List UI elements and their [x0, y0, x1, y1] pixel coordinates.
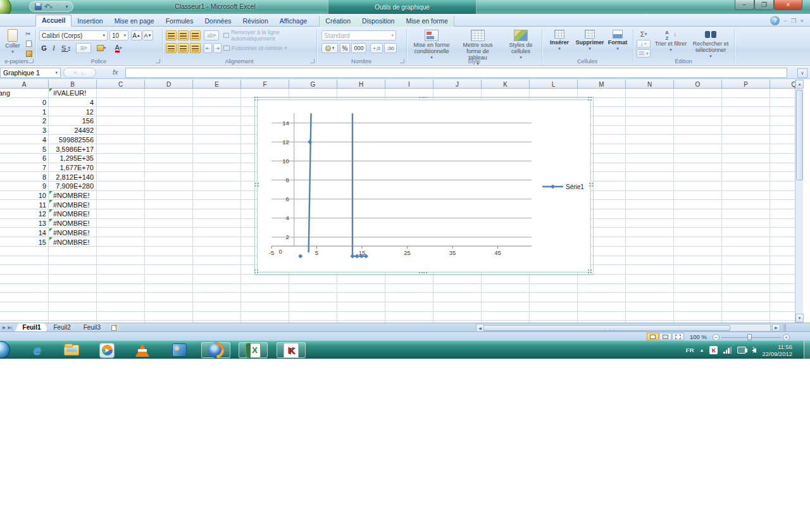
cell-A11[interactable]: 9: [0, 182, 49, 191]
sort-filter-button[interactable]: AZ ↓ Trier et filtrer▾: [654, 30, 687, 53]
tab-mise-en-page[interactable]: Mise en page: [109, 16, 160, 27]
column-header-C[interactable]: C: [97, 80, 145, 89]
cell-B11[interactable]: 7,909E+280: [49, 182, 97, 191]
volume-icon[interactable]: [752, 348, 756, 353]
tab-affichage[interactable]: Affichage: [274, 16, 313, 27]
show-desktop-button[interactable]: [804, 341, 810, 359]
page-layout-view-button[interactable]: [659, 333, 671, 340]
scroll-right-button[interactable]: ▶: [772, 324, 780, 331]
decrease-decimal-button[interactable]: ,00: [384, 43, 397, 53]
zoom-slider[interactable]: − +: [713, 333, 790, 340]
insert-cells-button[interactable]: Insérer▾: [545, 30, 573, 51]
cell-B10[interactable]: 2,812E+140: [49, 172, 97, 182]
language-indicator[interactable]: FR: [686, 347, 694, 354]
cell-A6[interactable]: 4: [0, 135, 49, 145]
vlc-icon[interactable]: [132, 342, 153, 358]
autosum-button[interactable]: Σ ▾: [637, 30, 651, 39]
help-icon[interactable]: ?: [770, 16, 780, 25]
cell-A7[interactable]: 5: [0, 144, 49, 154]
vertical-scrollbar[interactable]: ▲ ▼: [795, 80, 803, 323]
font-size-select[interactable]: 10▾: [109, 30, 128, 40]
cell-A4[interactable]: 2: [0, 116, 49, 126]
network-signal-icon[interactable]: [723, 347, 732, 354]
kaspersky-taskbar-button[interactable]: K: [277, 342, 306, 358]
cell-B4[interactable]: 156: [49, 116, 97, 126]
column-header-D[interactable]: D: [145, 80, 193, 89]
comma-style-button[interactable]: 000: [351, 43, 366, 53]
font-dialog-launcher[interactable]: [156, 59, 160, 63]
cell-B5[interactable]: 24492: [49, 126, 97, 135]
cell-B2[interactable]: 4: [49, 98, 97, 108]
percent-style-button[interactable]: %: [340, 43, 350, 53]
workbook-window-controls[interactable]: − ❐ ×: [783, 18, 805, 24]
name-box[interactable]: Graphique 1 ▾: [0, 68, 61, 78]
cell-A12[interactable]: 10: [0, 191, 49, 201]
sheet-tab-feuil3[interactable]: Feuil3: [76, 323, 108, 331]
tab-création[interactable]: Création: [320, 16, 356, 27]
name-box-dropdown-icon[interactable]: ▾: [55, 70, 58, 75]
restore-button[interactable]: ❐: [754, 0, 774, 10]
cell-A8[interactable]: 6: [0, 154, 49, 163]
tab-accueil[interactable]: Accueil: [35, 15, 72, 27]
column-header-L[interactable]: L: [530, 80, 578, 89]
cell-B8[interactable]: 1,295E+35: [49, 154, 97, 163]
column-header-E[interactable]: E: [193, 80, 241, 89]
cell-A3[interactable]: 1: [0, 107, 49, 116]
horizontal-scrollbar[interactable]: ⋮⋮⋮: [481, 324, 771, 331]
save-icon[interactable]: [35, 3, 42, 10]
underline-button[interactable]: S ▾: [59, 43, 73, 53]
cell-B9[interactable]: 1,677E+70: [49, 163, 97, 173]
cancel-entry-icon[interactable]: ×: [73, 70, 77, 76]
increase-decimal-button[interactable]: +,0: [370, 43, 383, 53]
cell-A10[interactable]: 8: [0, 172, 49, 182]
tab-mise-en-forme[interactable]: Mise en forme: [400, 16, 454, 27]
cell-B13[interactable]: #NOMBRE!: [49, 200, 97, 209]
clear-button[interactable]: ⌧ ▾: [637, 49, 651, 58]
tab-insertion[interactable]: Insertion: [72, 16, 108, 27]
column-header-B[interactable]: B: [49, 80, 97, 89]
media-player-icon[interactable]: ▶: [96, 342, 118, 358]
cell-B6[interactable]: 599882556: [49, 135, 97, 145]
column-header-N[interactable]: N: [626, 80, 674, 89]
cell-B16[interactable]: #NOMBRE!: [49, 228, 97, 238]
fill-color-button[interactable]: ▾: [94, 43, 109, 53]
column-header-M[interactable]: M: [578, 80, 626, 89]
align-right-button[interactable]: [190, 43, 201, 53]
number-format-select[interactable]: Standard▾: [321, 30, 396, 40]
minimize-button[interactable]: −: [735, 0, 754, 10]
grow-font-button[interactable]: A▲: [131, 30, 142, 40]
clipboard-dialog-launcher[interactable]: [29, 59, 34, 63]
accounting-format-button[interactable]: ▾: [321, 43, 338, 53]
column-header-F[interactable]: F: [241, 80, 289, 89]
orientation-button[interactable]: ab ▾: [204, 30, 219, 40]
column-header-G[interactable]: G: [289, 80, 337, 89]
cell-A16[interactable]: 14: [0, 228, 49, 238]
tab-révision[interactable]: Révision: [237, 16, 273, 27]
cut-icon[interactable]: ✂: [25, 30, 30, 37]
zoom-slider-thumb[interactable]: [747, 334, 752, 340]
align-center-button[interactable]: [178, 43, 189, 53]
close-button[interactable]: ×: [774, 0, 802, 10]
find-select-button[interactable]: Rechercher et sélectionner▾: [690, 30, 732, 59]
tab-split-handle[interactable]: [782, 324, 786, 331]
firefox-taskbar-button[interactable]: [201, 342, 230, 358]
cell-A9[interactable]: 7: [0, 163, 49, 173]
wrap-text-button[interactable]: Renvoyer à la ligne automatiquement: [223, 30, 315, 40]
cell-B7[interactable]: 3,5986E+17: [49, 144, 97, 154]
insert-function-button[interactable]: fx: [113, 68, 118, 76]
increase-indent-button[interactable]: ⇥: [213, 43, 221, 53]
messenger-icon[interactable]: [168, 342, 190, 358]
tab-données[interactable]: Données: [199, 16, 237, 27]
redo-button[interactable]: ↷▾: [55, 3, 63, 10]
align-bottom-button[interactable]: [190, 30, 201, 40]
formula-bar-expand-button[interactable]: ∨: [797, 68, 807, 78]
confirm-entry-icon[interactable]: ∟: [80, 70, 86, 76]
copy-icon[interactable]: [26, 40, 32, 47]
cell-B14[interactable]: #NOMBRE!: [49, 209, 97, 219]
alignment-dialog-launcher[interactable]: [310, 59, 315, 63]
decrease-indent-button[interactable]: ⇤: [204, 43, 212, 53]
cell-A1[interactable]: rang: [0, 89, 45, 98]
cell-B1[interactable]: #VALEUR!: [49, 89, 97, 98]
column-header-A[interactable]: A: [0, 80, 49, 89]
cell-A14[interactable]: 12: [0, 209, 49, 219]
